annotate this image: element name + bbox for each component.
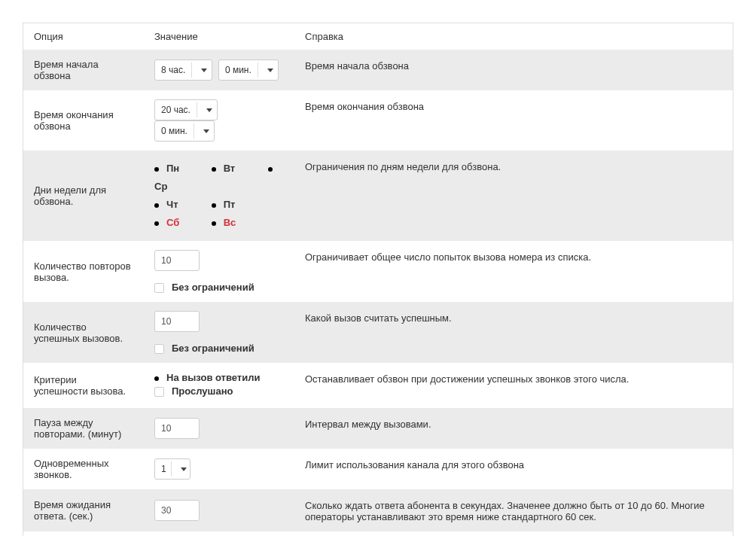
row-footer: Создать: [23, 531, 733, 536]
help-criteria: Останавливает обзвон при достижении успе…: [294, 363, 733, 408]
wait-input[interactable]: [154, 500, 200, 521]
row-end-time: Время окончания обзвона 20 час. 0 мин. В…: [23, 90, 733, 151]
row-repeats: Количество повторов вызова. Без ограниче…: [23, 241, 733, 302]
radio-icon: [154, 221, 159, 226]
concurrent-select[interactable]: 1: [154, 458, 191, 480]
label-days: Дни недели для обзвона.: [23, 151, 144, 241]
caret-down-icon: [267, 69, 273, 72]
help-success-count: Какой вызов считать успешным.: [294, 302, 733, 363]
label-start-time: Время начала обзвона: [23, 50, 144, 90]
settings-table: Опция Значение Справка Время начала обзв…: [23, 23, 733, 536]
repeats-unlimited[interactable]: Без ограничений: [154, 282, 284, 293]
row-pause: Пауза между повторами. (минут) Интервал …: [23, 408, 733, 449]
radio-icon: [154, 203, 159, 208]
success-unlimited[interactable]: Без ограничений: [154, 343, 284, 354]
row-wait: Время ожидания ответа. (сек.) Сколько жд…: [23, 489, 733, 531]
label-criteria: Критерии успешности вызова.: [23, 363, 144, 408]
row-start-time: Время начала обзвона 8 час. 0 мин. Время…: [23, 50, 733, 90]
settings-panel: Опция Значение Справка Время начала обзв…: [23, 23, 733, 536]
row-days: Дни недели для обзвона. Пн Вт Ср Чт Пт С…: [23, 151, 733, 241]
day-sat[interactable]: Сб: [154, 217, 209, 228]
checkbox-icon: [154, 344, 164, 354]
help-repeats: Ограничивает общее число попыток вызова …: [294, 241, 733, 302]
label-pause: Пауза между повторами. (минут): [23, 408, 144, 449]
day-mon[interactable]: Пн: [154, 163, 209, 174]
help-end-time: Время окончания обзвона: [294, 90, 733, 151]
start-hour-select[interactable]: 8 час.: [154, 59, 212, 81]
end-hour-value: 20 час.: [161, 105, 191, 115]
day-tue[interactable]: Вт: [212, 163, 266, 174]
pause-input[interactable]: [154, 418, 200, 439]
radio-icon: [268, 167, 273, 172]
end-min-value: 0 мин.: [161, 126, 187, 136]
label-end-time: Время окончания обзвона: [23, 90, 144, 151]
radio-icon: [212, 203, 216, 208]
start-min-value: 0 мин.: [225, 65, 251, 75]
criteria-listened[interactable]: Прослушано: [154, 385, 284, 397]
label-wait: Время ожидания ответа. (сек.): [23, 489, 144, 531]
checkbox-icon: [154, 387, 164, 397]
concurrent-value: 1: [161, 464, 166, 474]
radio-icon: [212, 221, 216, 226]
criteria-answered[interactable]: На вызов ответили: [154, 372, 284, 383]
days-group: Пн Вт Ср Чт Пт Сб Вс: [154, 160, 284, 232]
help-start-time: Время начала обзвона: [294, 50, 733, 90]
start-min-select[interactable]: 0 мин.: [218, 59, 279, 81]
radio-icon: [154, 376, 159, 381]
caret-down-icon: [201, 69, 207, 72]
row-success-count: Количество успешных вызовов. Без огранич…: [23, 302, 733, 363]
row-criteria: Критерии успешности вызова. На вызов отв…: [23, 363, 733, 408]
end-min-select[interactable]: 0 мин.: [154, 120, 215, 142]
header-help: Справка: [294, 23, 733, 50]
day-fri[interactable]: Пт: [212, 199, 266, 210]
radio-icon: [212, 167, 216, 172]
header-value: Значение: [144, 23, 294, 50]
header-option: Опция: [23, 23, 144, 50]
end-hour-select[interactable]: 20 час.: [154, 99, 218, 120]
label-concurrent: Одновременных звонков.: [23, 449, 144, 489]
day-thu[interactable]: Чт: [154, 199, 209, 210]
radio-icon: [154, 167, 159, 172]
caret-down-icon: [203, 129, 209, 133]
start-hour-value: 8 час.: [161, 65, 185, 75]
help-pause: Интервал между вызовами.: [294, 408, 733, 449]
row-concurrent: Одновременных звонков. 1 Лимит использов…: [23, 449, 733, 489]
success-count-input[interactable]: [154, 311, 200, 332]
checkbox-icon: [154, 283, 164, 293]
day-sun[interactable]: Вс: [212, 217, 266, 228]
help-days: Ограничения по дням недели для обзвона.: [294, 151, 733, 241]
help-concurrent: Лимит использования канала для этого обз…: [294, 449, 733, 489]
label-repeats: Количество повторов вызова.: [23, 241, 144, 302]
label-success-count: Количество успешных вызовов.: [23, 302, 144, 363]
repeats-input[interactable]: [154, 250, 200, 271]
caret-down-icon: [206, 108, 212, 112]
caret-down-icon: [181, 467, 187, 471]
help-wait: Сколько ждать ответа абонента в секундах…: [294, 489, 733, 531]
